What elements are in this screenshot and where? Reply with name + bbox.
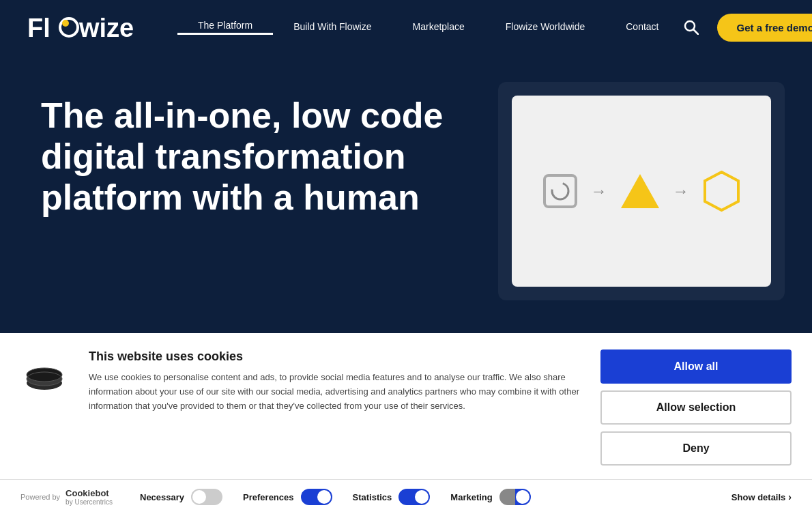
cookie-logo [20,356,68,404]
toggle-marketing-label: Marketing [450,492,492,502]
show-details-button[interactable]: Show details › [731,491,792,502]
toggle-preferences-label: Preferences [243,492,293,502]
flow-arrows: → [591,182,607,201]
toggle-marketing-switch[interactable] [499,489,531,505]
cookie-main: This website uses cookies We use cookies… [0,333,812,479]
cookie-toggles: Necessary Preferences Statistics [140,489,792,505]
nav-item-worldwide[interactable]: Flowize Worldwide [485,21,605,34]
logo-svg: Fl wize [27,12,136,42]
nav-item-build[interactable]: Build With Flowize [273,21,392,34]
toggle-preferences-knob [317,490,331,504]
hero-illustration: → → [498,82,785,300]
powered-by-section: Powered by Cookiebot by Usercentrics [20,488,113,506]
search-button[interactable] [679,15,704,40]
allow-all-button[interactable]: Allow all [600,349,792,384]
search-icon [684,20,699,35]
cookie-buttons: Allow all Allow selection Deny [600,349,792,466]
site-header: Fl wize The Platform Build With Flowize … [0,0,812,55]
chevron-right-icon: › [788,491,792,502]
demo-button[interactable]: Get a free demo [717,14,812,42]
nav-item-platform[interactable]: The Platform [177,20,273,35]
flow-triangle [621,174,659,208]
svg-point-6 [552,183,568,199]
cookie-footer: Powered by Cookiebot by Usercentrics Nec… [0,479,812,514]
show-details-label: Show details [731,492,785,502]
toggle-necessary-knob [192,490,206,504]
cookie-content: This website uses cookies We use cookies… [89,349,580,413]
toggle-necessary-label: Necessary [140,492,184,502]
main-nav: The Platform Build With Flowize Marketpl… [177,20,679,35]
nav-item-marketplace[interactable]: Marketplace [392,21,485,34]
svg-point-1 [60,18,78,36]
toggle-statistics: Statistics [353,489,431,505]
flow-arrow-2: → [673,182,689,201]
toggle-statistics-knob [415,490,429,504]
powered-by-text: Powered by [20,493,60,501]
usercentrics-label: by Usercentrics [66,498,113,506]
hero-title: The all-in-one, low code digital transfo… [41,96,450,218]
allow-selection-button[interactable]: Allow selection [600,390,792,425]
toggle-statistics-switch[interactable] [398,489,430,505]
svg-text:Fl: Fl [27,14,50,42]
svg-text:wize: wize [78,14,134,42]
nav-item-contact[interactable]: Contact [605,21,679,34]
site-logo[interactable]: Fl wize [27,12,136,42]
svg-point-2 [62,20,69,27]
toggle-preferences: Preferences [243,489,332,505]
cookie-description: We use cookies to personalise content an… [89,371,580,413]
cookie-title: This website uses cookies [89,349,580,364]
toggle-marketing: Marketing [450,489,530,505]
toggle-necessary: Necessary [140,489,222,505]
flow-hexagon [703,171,740,212]
cookie-overlay: This website uses cookies We use cookies… [0,333,812,514]
header-right: Get a free demo [679,14,812,42]
svg-marker-7 [705,172,738,210]
toggle-statistics-label: Statistics [353,492,392,502]
cookiebot-branding: Cookiebot by Usercentrics [66,488,113,506]
deny-button[interactable]: Deny [600,431,792,466]
flow-icon-1 [543,174,577,208]
illustration-inner: → → [512,96,771,287]
cookiebot-label: Cookiebot [66,488,109,498]
toggle-necessary-switch[interactable] [191,489,222,505]
toggle-marketing-knob [516,490,530,504]
cookie-icon [24,360,65,401]
toggle-preferences-switch[interactable] [301,489,332,505]
svg-line-5 [693,29,698,34]
